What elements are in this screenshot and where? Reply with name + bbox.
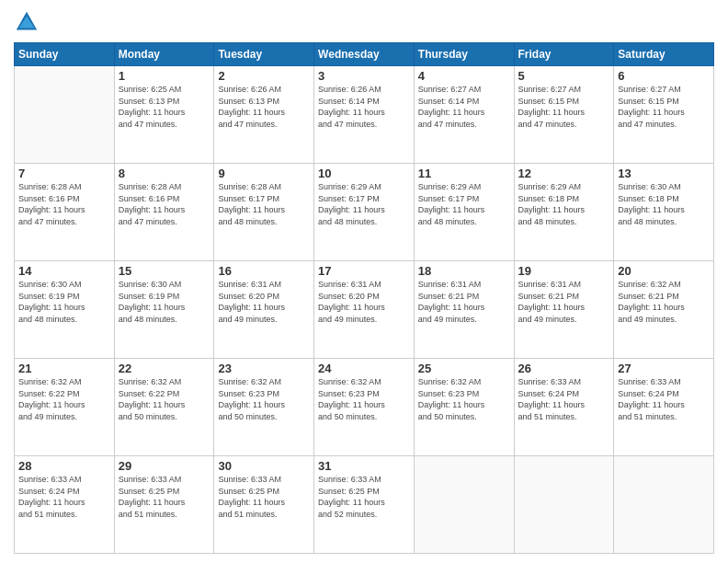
calendar-cell — [614, 456, 714, 554]
calendar-cell: 2Sunrise: 6:26 AM Sunset: 6:13 PM Daylig… — [214, 66, 314, 164]
calendar-cell: 18Sunrise: 6:31 AM Sunset: 6:21 PM Dayli… — [414, 261, 514, 359]
calendar-cell: 23Sunrise: 6:32 AM Sunset: 6:23 PM Dayli… — [214, 359, 314, 456]
day-info: Sunrise: 6:26 AM Sunset: 6:14 PM Dayligh… — [318, 84, 410, 130]
calendar-week-4: 21Sunrise: 6:32 AM Sunset: 6:22 PM Dayli… — [15, 359, 714, 456]
day-info: Sunrise: 6:31 AM Sunset: 6:20 PM Dayligh… — [218, 279, 310, 325]
day-info: Sunrise: 6:32 AM Sunset: 6:23 PM Dayligh… — [218, 376, 310, 422]
calendar-cell: 4Sunrise: 6:27 AM Sunset: 6:14 PM Daylig… — [414, 66, 514, 164]
day-number: 21 — [18, 362, 110, 375]
day-info: Sunrise: 6:31 AM Sunset: 6:20 PM Dayligh… — [318, 279, 410, 325]
day-number: 6 — [618, 69, 710, 83]
day-number: 19 — [518, 264, 610, 278]
calendar-cell: 3Sunrise: 6:26 AM Sunset: 6:14 PM Daylig… — [314, 66, 415, 164]
day-number: 25 — [418, 362, 510, 375]
calendar-cell: 1Sunrise: 6:25 AM Sunset: 6:13 PM Daylig… — [114, 66, 214, 164]
day-info: Sunrise: 6:29 AM Sunset: 6:17 PM Dayligh… — [318, 181, 410, 227]
day-info: Sunrise: 6:27 AM Sunset: 6:14 PM Dayligh… — [418, 84, 510, 130]
day-number: 12 — [518, 167, 610, 180]
day-number: 2 — [218, 69, 310, 83]
day-number: 23 — [218, 362, 310, 375]
calendar-cell: 7Sunrise: 6:28 AM Sunset: 6:16 PM Daylig… — [15, 164, 115, 261]
day-info: Sunrise: 6:28 AM Sunset: 6:16 PM Dayligh… — [119, 181, 210, 227]
day-info: Sunrise: 6:27 AM Sunset: 6:15 PM Dayligh… — [518, 84, 610, 130]
calendar-week-5: 28Sunrise: 6:33 AM Sunset: 6:24 PM Dayli… — [15, 456, 714, 554]
day-info: Sunrise: 6:33 AM Sunset: 6:24 PM Dayligh… — [618, 376, 710, 422]
calendar-cell: 6Sunrise: 6:27 AM Sunset: 6:15 PM Daylig… — [614, 66, 714, 164]
day-number: 16 — [218, 264, 310, 278]
calendar-header-saturday: Saturday — [614, 43, 714, 66]
calendar-header-thursday: Thursday — [414, 43, 514, 66]
day-info: Sunrise: 6:26 AM Sunset: 6:13 PM Dayligh… — [218, 84, 310, 130]
calendar-cell — [15, 66, 115, 164]
day-number: 17 — [318, 264, 410, 278]
day-info: Sunrise: 6:29 AM Sunset: 6:18 PM Dayligh… — [518, 181, 610, 227]
logo — [14, 9, 43, 35]
day-number: 8 — [119, 167, 210, 180]
calendar-cell: 13Sunrise: 6:30 AM Sunset: 6:18 PM Dayli… — [614, 164, 714, 261]
day-info: Sunrise: 6:33 AM Sunset: 6:25 PM Dayligh… — [218, 474, 310, 520]
day-info: Sunrise: 6:25 AM Sunset: 6:13 PM Dayligh… — [119, 84, 210, 130]
day-number: 9 — [218, 167, 310, 180]
calendar-table: SundayMondayTuesdayWednesdayThursdayFrid… — [14, 42, 714, 554]
day-info: Sunrise: 6:29 AM Sunset: 6:17 PM Dayligh… — [418, 181, 510, 227]
day-info: Sunrise: 6:31 AM Sunset: 6:21 PM Dayligh… — [418, 279, 510, 325]
day-info: Sunrise: 6:33 AM Sunset: 6:24 PM Dayligh… — [518, 376, 610, 422]
calendar-header-tuesday: Tuesday — [214, 43, 314, 66]
day-info: Sunrise: 6:33 AM Sunset: 6:25 PM Dayligh… — [318, 474, 410, 520]
calendar-header-sunday: Sunday — [15, 43, 115, 66]
day-number: 18 — [418, 264, 510, 278]
calendar-cell: 29Sunrise: 6:33 AM Sunset: 6:25 PM Dayli… — [114, 456, 214, 554]
day-number: 5 — [518, 69, 610, 83]
day-info: Sunrise: 6:30 AM Sunset: 6:18 PM Dayligh… — [618, 181, 710, 227]
day-number: 24 — [318, 362, 410, 375]
header — [14, 9, 714, 35]
day-info: Sunrise: 6:32 AM Sunset: 6:23 PM Dayligh… — [318, 376, 410, 422]
calendar-week-3: 14Sunrise: 6:30 AM Sunset: 6:19 PM Dayli… — [15, 261, 714, 359]
day-number: 31 — [318, 459, 410, 473]
calendar-cell — [514, 456, 614, 554]
day-info: Sunrise: 6:32 AM Sunset: 6:22 PM Dayligh… — [18, 376, 110, 422]
calendar-week-1: 1Sunrise: 6:25 AM Sunset: 6:13 PM Daylig… — [15, 66, 714, 164]
day-number: 14 — [18, 264, 110, 278]
day-info: Sunrise: 6:32 AM Sunset: 6:22 PM Dayligh… — [119, 376, 210, 422]
day-number: 28 — [18, 459, 110, 473]
calendar-cell: 22Sunrise: 6:32 AM Sunset: 6:22 PM Dayli… — [114, 359, 214, 456]
page: SundayMondayTuesdayWednesdayThursdayFrid… — [0, 0, 728, 563]
calendar-cell: 31Sunrise: 6:33 AM Sunset: 6:25 PM Dayli… — [314, 456, 415, 554]
day-number: 20 — [618, 264, 710, 278]
calendar-header-friday: Friday — [514, 43, 614, 66]
day-number: 4 — [418, 69, 510, 83]
calendar-cell: 19Sunrise: 6:31 AM Sunset: 6:21 PM Dayli… — [514, 261, 614, 359]
day-number: 10 — [318, 167, 410, 180]
day-info: Sunrise: 6:33 AM Sunset: 6:25 PM Dayligh… — [119, 474, 210, 520]
calendar-cell: 21Sunrise: 6:32 AM Sunset: 6:22 PM Dayli… — [15, 359, 115, 456]
calendar-cell: 11Sunrise: 6:29 AM Sunset: 6:17 PM Dayli… — [414, 164, 514, 261]
calendar-cell: 24Sunrise: 6:32 AM Sunset: 6:23 PM Dayli… — [314, 359, 415, 456]
logo-icon — [14, 9, 40, 35]
day-number: 27 — [618, 362, 710, 375]
calendar-week-2: 7Sunrise: 6:28 AM Sunset: 6:16 PM Daylig… — [15, 164, 714, 261]
day-info: Sunrise: 6:31 AM Sunset: 6:21 PM Dayligh… — [518, 279, 610, 325]
day-number: 7 — [18, 167, 110, 180]
day-number: 3 — [318, 69, 410, 83]
calendar-cell: 5Sunrise: 6:27 AM Sunset: 6:15 PM Daylig… — [514, 66, 614, 164]
calendar-header-monday: Monday — [114, 43, 214, 66]
day-number: 15 — [119, 264, 210, 278]
calendar-cell: 27Sunrise: 6:33 AM Sunset: 6:24 PM Dayli… — [614, 359, 714, 456]
calendar-header-wednesday: Wednesday — [314, 43, 415, 66]
day-info: Sunrise: 6:32 AM Sunset: 6:23 PM Dayligh… — [418, 376, 510, 422]
day-number: 26 — [518, 362, 610, 375]
day-info: Sunrise: 6:33 AM Sunset: 6:24 PM Dayligh… — [18, 474, 110, 520]
day-number: 13 — [618, 167, 710, 180]
calendar-cell: 15Sunrise: 6:30 AM Sunset: 6:19 PM Dayli… — [114, 261, 214, 359]
calendar-cell: 25Sunrise: 6:32 AM Sunset: 6:23 PM Dayli… — [414, 359, 514, 456]
day-info: Sunrise: 6:30 AM Sunset: 6:19 PM Dayligh… — [119, 279, 210, 325]
calendar-header-row: SundayMondayTuesdayWednesdayThursdayFrid… — [15, 43, 714, 66]
day-number: 29 — [119, 459, 210, 473]
day-info: Sunrise: 6:28 AM Sunset: 6:17 PM Dayligh… — [218, 181, 310, 227]
calendar-cell: 14Sunrise: 6:30 AM Sunset: 6:19 PM Dayli… — [15, 261, 115, 359]
day-number: 30 — [218, 459, 310, 473]
calendar-cell: 16Sunrise: 6:31 AM Sunset: 6:20 PM Dayli… — [214, 261, 314, 359]
day-number: 22 — [119, 362, 210, 375]
calendar-cell: 9Sunrise: 6:28 AM Sunset: 6:17 PM Daylig… — [214, 164, 314, 261]
